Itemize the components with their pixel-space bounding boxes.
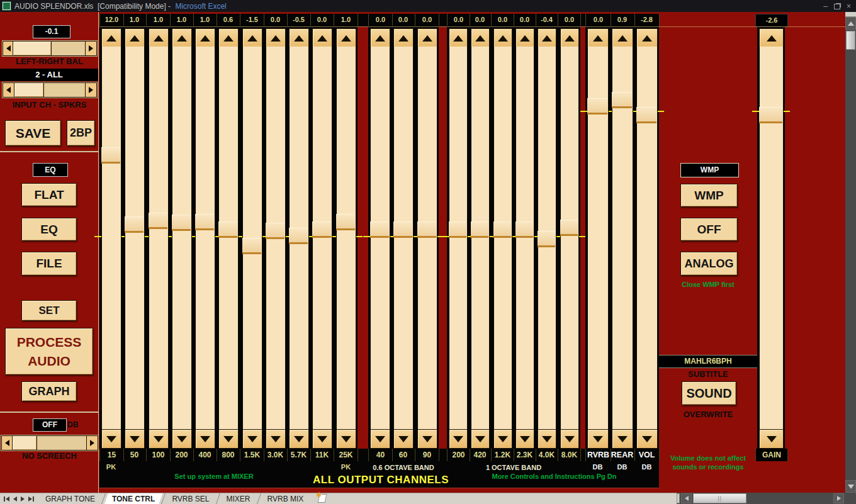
slider-up-button[interactable] xyxy=(471,28,490,48)
slider-thumb[interactable] xyxy=(560,220,578,236)
slider-thumb[interactable] xyxy=(471,221,488,238)
slider-down-button[interactable] xyxy=(266,429,286,449)
slider-down-button[interactable] xyxy=(515,429,534,449)
slider-thumb[interactable] xyxy=(612,92,632,108)
2bp-button[interactable]: 2BP xyxy=(67,120,95,146)
restore-button[interactable] xyxy=(834,2,840,11)
no-screech-slider[interactable] xyxy=(1,435,98,451)
slider-down-button[interactable] xyxy=(242,429,262,449)
slider-up-button[interactable] xyxy=(449,28,468,48)
slider-down-button[interactable] xyxy=(336,429,356,449)
slider-track[interactable] xyxy=(125,47,145,429)
slider-track[interactable] xyxy=(493,47,512,429)
scroll-left-button[interactable] xyxy=(681,493,692,503)
minimize-button[interactable]: – xyxy=(823,2,828,11)
first-sheet-button[interactable] xyxy=(4,496,9,501)
slider-down-button[interactable] xyxy=(449,429,468,449)
slider-down-button[interactable] xyxy=(417,429,437,449)
slider-track[interactable] xyxy=(370,47,390,429)
off-button[interactable]: OFF xyxy=(680,218,738,241)
slider-right-arrow[interactable] xyxy=(85,42,96,55)
scroll-down-button[interactable] xyxy=(845,480,856,493)
slider-thumb[interactable] xyxy=(393,221,412,238)
sheet-tab-graph-tone[interactable]: GRAPH TONE xyxy=(38,493,103,504)
slider-thumb[interactable] xyxy=(449,221,466,238)
horizontal-scroll-thumb[interactable]: || xyxy=(693,493,746,503)
previous-sheet-button[interactable] xyxy=(13,496,17,501)
slider-up-button[interactable] xyxy=(636,28,658,48)
slider-up-button[interactable] xyxy=(515,28,534,48)
slider-track[interactable] xyxy=(417,47,437,429)
slider-down-button[interactable] xyxy=(218,429,239,449)
insert-worksheet-button[interactable]: ✱ xyxy=(316,493,327,503)
slider-down-button[interactable] xyxy=(587,429,609,449)
slider-down-button[interactable] xyxy=(172,429,192,449)
slider-down-button[interactable] xyxy=(149,429,169,449)
slider-up-button[interactable] xyxy=(393,28,414,48)
slider-right-arrow[interactable] xyxy=(85,83,96,97)
slider-thumb[interactable] xyxy=(101,147,120,164)
slider-track[interactable] xyxy=(636,47,658,429)
slider-thumb[interactable] xyxy=(538,231,555,247)
slider-up-button[interactable] xyxy=(370,28,390,48)
slider-thumb[interactable] xyxy=(515,221,533,238)
sheet-tab-rvrb-sel[interactable]: RVRB SEL xyxy=(164,493,217,504)
slider-thumb[interactable] xyxy=(336,214,355,230)
slider-down-button[interactable] xyxy=(312,429,332,449)
slider-thumb[interactable] xyxy=(13,42,52,55)
wmp-button[interactable]: WMP xyxy=(680,184,738,207)
sheet-tab-tone-ctrl[interactable]: TONE CTRL xyxy=(104,493,162,504)
slider-thumb[interactable] xyxy=(587,98,607,115)
flat-button[interactable]: FLAT xyxy=(21,183,77,206)
slider-thumb[interactable] xyxy=(370,221,389,238)
slider-down-button[interactable] xyxy=(759,429,784,449)
slider-down-button[interactable] xyxy=(636,429,658,449)
slider-track[interactable] xyxy=(560,47,579,429)
eq-button[interactable]: EQ xyxy=(21,218,77,241)
slider-thumb[interactable] xyxy=(636,107,656,123)
sheet-tab-rvrb-mix[interactable]: RVRB MIX xyxy=(260,493,312,504)
slider-thumb[interactable] xyxy=(759,107,782,123)
scroll-right-button[interactable] xyxy=(833,493,844,503)
slider-up-button[interactable] xyxy=(149,28,169,48)
process-audio-button[interactable]: PROCESS AUDIO xyxy=(5,328,93,375)
slider-thumb[interactable] xyxy=(14,83,44,97)
slider-track[interactable] xyxy=(393,47,414,429)
vertical-scroll-thumb[interactable] xyxy=(846,31,855,50)
slider-down-button[interactable] xyxy=(471,429,490,449)
slider-down-button[interactable] xyxy=(370,429,390,449)
slider-left-arrow[interactable] xyxy=(3,83,14,97)
slider-track[interactable] xyxy=(515,47,534,429)
slider-thumb[interactable] xyxy=(493,221,511,238)
slider-track[interactable] xyxy=(449,47,468,429)
slider-down-button[interactable] xyxy=(393,429,414,449)
slider-up-button[interactable] xyxy=(493,28,512,48)
sheet-tab-mixer[interactable]: MIXER xyxy=(219,493,258,504)
slider-thumb[interactable] xyxy=(266,223,284,239)
split-handle[interactable] xyxy=(845,12,856,17)
slider-thumb[interactable] xyxy=(149,213,167,229)
vertical-scrollbar[interactable] xyxy=(845,12,856,493)
slider-thumb[interactable] xyxy=(125,216,144,233)
slider-up-button[interactable] xyxy=(242,28,262,48)
slider-thumb[interactable] xyxy=(417,221,436,238)
analog-button[interactable]: ANALOG xyxy=(680,252,738,276)
graph-button[interactable]: GRAPH xyxy=(21,381,77,401)
scroll-up-button[interactable] xyxy=(845,17,856,30)
horizontal-scrollbar[interactable]: || xyxy=(677,493,856,504)
slider-up-button[interactable] xyxy=(266,28,286,48)
slider-track[interactable] xyxy=(759,47,784,429)
slider-thumb[interactable] xyxy=(195,214,214,230)
slider-track[interactable] xyxy=(336,47,356,429)
slider-up-button[interactable] xyxy=(289,28,309,48)
slider-track[interactable] xyxy=(195,47,215,429)
input-channel-slider[interactable] xyxy=(3,82,97,98)
slider-down-button[interactable] xyxy=(560,429,579,449)
slider-up-button[interactable] xyxy=(312,28,332,48)
sound-button[interactable]: SOUND xyxy=(682,381,736,405)
slider-up-button[interactable] xyxy=(195,28,215,48)
slider-down-button[interactable] xyxy=(612,429,633,449)
slider-thumb[interactable] xyxy=(12,436,37,450)
slider-track[interactable] xyxy=(101,47,121,429)
slider-track[interactable] xyxy=(172,47,192,429)
